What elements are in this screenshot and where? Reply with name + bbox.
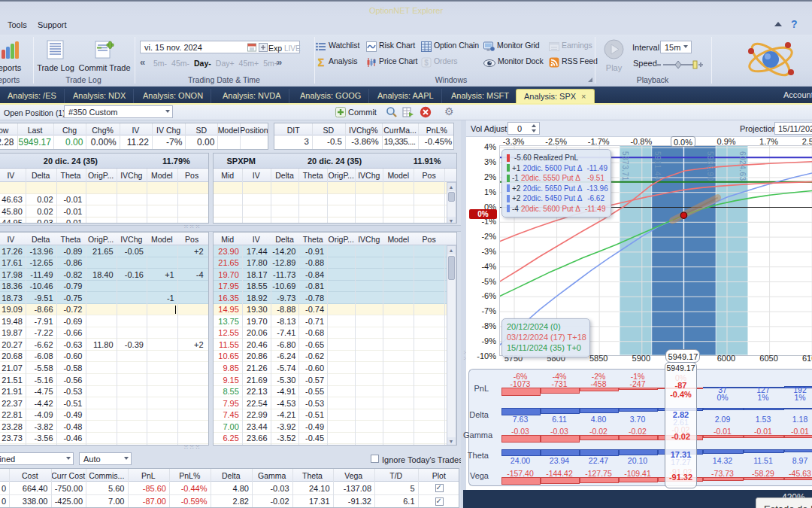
commit-icon[interactable]: [335, 107, 346, 117]
commit-trade-button[interactable]: Commit Trade: [77, 63, 132, 72]
position-cell: 7.00: [87, 497, 125, 506]
gear-icon[interactable]: ⚙: [444, 105, 454, 117]
chain-row[interactable]: 6.2523.66-3.52-0.45: [214, 433, 456, 445]
export-grid-icon[interactable]: [402, 106, 414, 118]
chain-row[interactable]: [214, 217, 456, 224]
chain-row[interactable]: 12.5520.06-7.41-0.68: [214, 327, 456, 339]
trade-log-icon[interactable]: [47, 40, 64, 59]
chain-row[interactable]: 9.8521.26-5.74-0.60: [214, 363, 456, 375]
time-step-Day+[interactable]: Day+: [216, 59, 235, 68]
mode-select[interactable]: Auto: [79, 452, 132, 465]
chain-row[interactable]: 17.9518.55-10.69-0.81: [214, 281, 456, 293]
ribbon-item-risk-chart[interactable]: Risk Chart: [366, 41, 415, 53]
grid-line: [312, 123, 313, 150]
chain-row[interactable]: 7.9522.54-4.53-0.53: [214, 397, 456, 409]
tab-analysis-ndx[interactable]: Analysis: NDX: [65, 89, 134, 103]
strategy-select[interactable]: Combined: [0, 452, 74, 465]
expiry-picker-icon[interactable]: [259, 43, 268, 52]
ribbon-item-option-chain[interactable]: Option Chain: [421, 41, 479, 53]
tab-analysis-goog[interactable]: Analysis: GOOG: [292, 89, 369, 103]
scrollbar[interactable]: ▲▼: [447, 182, 456, 224]
panel-splitter[interactable]: ⁙⁙: [461, 120, 466, 508]
chain-cell: 22.13: [244, 387, 268, 396]
scrollbar[interactable]: ▲▼: [447, 245, 456, 446]
trade-date-field[interactable]: vi. 15 nov. 2024 Exp LIVE: [140, 41, 300, 53]
ribbon-item-monitor-grid[interactable]: Monitor Grid: [483, 41, 540, 53]
time-step-5m-[interactable]: 5m-: [153, 59, 167, 68]
position-select[interactable]: #350 Custom: [64, 105, 173, 118]
chain-row[interactable]: [214, 182, 456, 194]
grid-line: [418, 123, 419, 150]
collapse-ribbon-icon[interactable]: [774, 22, 782, 26]
calendar-icon[interactable]: [247, 43, 256, 52]
ribbon-item-price-chart[interactable]: Price Chart: [366, 56, 417, 69]
scroll-down-icon[interactable]: ▼: [447, 437, 456, 446]
ribbon-item-watchlist[interactable]: Watchlist: [316, 41, 359, 53]
chain-row[interactable]: 11.5520.46-6.80-0.65: [214, 339, 456, 351]
speed-slider[interactable]: [656, 60, 705, 69]
scroll-thumb[interactable]: [448, 256, 455, 280]
tab-analysis-es[interactable]: Analysis: /ES: [0, 89, 65, 103]
chain-cell: [215, 218, 239, 224]
tab-analysis-nvda[interactable]: Analysis: NVDA: [215, 89, 289, 103]
step-back-icon[interactable]: «: [140, 56, 145, 68]
search-icon[interactable]: [386, 106, 398, 118]
chain-row[interactable]: 7.4522.99-4.21-0.51: [214, 409, 456, 421]
commit-trade-icon[interactable]: [95, 40, 114, 59]
menu-tools[interactable]: Tools: [8, 20, 27, 29]
help-icon[interactable]: ?: [791, 18, 798, 30]
chain-row[interactable]: 10.6520.86-6.24-0.62: [214, 351, 456, 363]
chain-row[interactable]: 8.5522.13-4.91-0.55: [214, 386, 456, 398]
time-step-45m-[interactable]: 45m-: [171, 59, 189, 68]
scroll-thumb[interactable]: [448, 192, 455, 202]
menu-support[interactable]: Support: [38, 20, 67, 29]
scroll-up-icon[interactable]: ▲: [447, 246, 456, 254]
vol-adjust-spinner[interactable]: 0: [508, 122, 540, 135]
tab-analysis-onon[interactable]: Analysis: ONON: [135, 89, 211, 103]
trade-log-button[interactable]: Trade Log: [32, 63, 79, 72]
chain-splitter[interactable]: ⁙⁙⁙: [0, 225, 461, 232]
chain-row[interactable]: 21.6517.80-12.89-0.88: [214, 257, 456, 269]
ribbon-item-monitor-dock[interactable]: Monitor Dock: [483, 56, 544, 69]
step-forward-icon[interactable]: »: [277, 56, 282, 68]
scroll-down-icon[interactable]: ▼: [447, 217, 456, 224]
tab-analysis-aapl[interactable]: Analysis: AAPL: [370, 89, 442, 103]
projection-date-field[interactable]: 15/11/2024: [774, 122, 812, 135]
scroll-up-icon[interactable]: ▲: [447, 183, 456, 191]
chain-row[interactable]: [214, 194, 456, 206]
close-icon[interactable]: ×: [581, 92, 586, 101]
greek-bar: [619, 388, 658, 390]
chain-row[interactable]: 9.1521.69-5.30-0.57: [214, 374, 456, 386]
chain-row[interactable]: 16.3518.92-9.73-0.78: [214, 292, 456, 304]
position-row[interactable]: 0664.40-750.005.60-85.60-0.44%4.80-0.032…: [0, 482, 459, 495]
chain-row[interactable]: 14.9519.30-8.88-0.74: [214, 304, 456, 316]
spinner-up-icon[interactable]: [532, 124, 536, 127]
commit-button[interactable]: Commit: [348, 108, 377, 117]
chain-row[interactable]: 23.9017.44-14.20-0.91: [214, 245, 456, 257]
plot-checkbox[interactable]: [435, 497, 444, 506]
chain-row[interactable]: [214, 205, 456, 217]
reports-icon[interactable]: [2, 41, 21, 60]
grid-line: [26, 245, 26, 446]
spinner-down-icon[interactable]: [532, 129, 536, 132]
ignore-todays-trades-checkbox[interactable]: [371, 455, 379, 463]
play-button[interactable]: [604, 39, 624, 59]
plot-checkbox[interactable]: [435, 484, 444, 492]
chain-row[interactable]: 13.7519.70-8.13-0.71: [214, 315, 456, 327]
tab-analysis-msft[interactable]: Analysis: MSFT: [444, 89, 517, 103]
delete-icon[interactable]: [420, 106, 432, 118]
chain-row[interactable]: 19.7018.17-11.73-0.84: [214, 269, 456, 281]
splitter-grip[interactable]: ⁙⁙⁙: [183, 444, 201, 451]
time-step-Day-[interactable]: Day-: [194, 59, 211, 68]
ribbon-item-analysis[interactable]: ΣAnalysis: [316, 56, 357, 69]
live-label[interactable]: LIVE: [284, 44, 301, 53]
time-step-45m+[interactable]: 45m+: [239, 59, 259, 68]
interval-select[interactable]: 15m: [660, 41, 692, 53]
chain-row[interactable]: 7.0023.44-3.92-0.49: [214, 421, 456, 433]
ribbon-item-rss-feed[interactable]: RSS Feed: [549, 56, 598, 69]
windows-dialog-launcher-icon[interactable]: [588, 78, 592, 82]
tab-analysis-spx-active[interactable]: Analysis: SPX×: [516, 89, 595, 103]
exp-label[interactable]: Exp: [268, 44, 282, 53]
reports-button[interactable]: Reports: [0, 63, 28, 72]
position-row[interactable]: 0338.00-425.007.00-87.00-0.59%2.82-0.021…: [0, 495, 459, 508]
